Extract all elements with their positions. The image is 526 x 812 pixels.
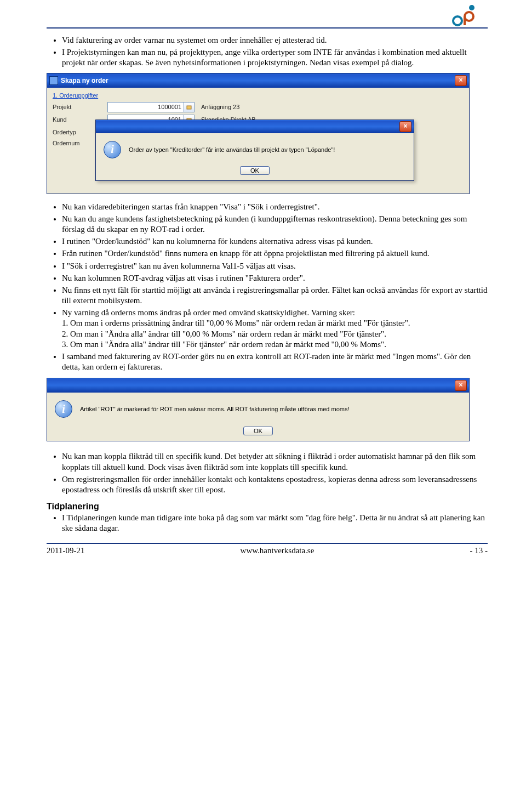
dialog-titlebar: × bbox=[47, 378, 469, 393]
list-item: I rutinen "Order/kundstöd" kan nu kolumn… bbox=[62, 236, 488, 247]
section-heading-tidplanering: Tidplanering bbox=[47, 502, 488, 512]
list-text: Nu finns ett nytt fält för starttid möjl… bbox=[62, 286, 487, 305]
footer-date: 2011-09-21 bbox=[47, 546, 84, 555]
info-icon: i bbox=[104, 141, 121, 158]
list-text: Nu kan kolumnen ROT-avdrag väljas att vi… bbox=[62, 274, 305, 282]
list-text: I "Sök i orderregistret" kan nu även kol… bbox=[62, 262, 296, 270]
list-text: I rutinen "Order/kundstöd" kan nu kolumn… bbox=[62, 237, 373, 246]
lookup-button[interactable] bbox=[184, 102, 195, 112]
dialog-warning-rot: × i Artikel "ROT" är markerad för ROT me… bbox=[47, 378, 470, 441]
dialog-title: Skapa ny order bbox=[61, 77, 108, 84]
folder-icon bbox=[186, 104, 192, 110]
list-item: Från rutinen "Order/kundstöd" finns nume… bbox=[62, 248, 488, 259]
header-logo bbox=[451, 4, 477, 29]
form-row-projekt: Projekt 1000001 Anläggning 23 bbox=[53, 102, 464, 112]
bottom-bullet-list: Nu kan man koppla flikträd till en speci… bbox=[47, 451, 488, 495]
mid-bullet-list: Nu kan vidaredebiteringen startas från k… bbox=[47, 202, 488, 373]
dialog-section-heading: 1. Orderuppgifter bbox=[53, 92, 464, 99]
close-icon[interactable]: × bbox=[455, 75, 467, 86]
dialog-message: Artikel "ROT" är markerad för ROT men sa… bbox=[80, 406, 350, 412]
svg-point-1 bbox=[453, 16, 462, 25]
list-item: I Tidplaneringen kunde man tidigare inte… bbox=[62, 513, 488, 533]
list-text: Nu kan du ange kundens fastighetsbeteckn… bbox=[62, 214, 467, 234]
page-footer: 2011-09-21 www.hantverksdata.se - 13 - bbox=[47, 543, 488, 555]
ok-button[interactable]: OK bbox=[243, 427, 273, 435]
list-item: Nu kan man koppla flikträd till en speci… bbox=[62, 451, 488, 472]
list-text: Vid fakturering av order varnar nu syste… bbox=[62, 36, 327, 44]
list-text: I Tidplaneringen kunde man tidigare inte… bbox=[62, 513, 485, 532]
list-text: I samband med fakturering av ROT-order g… bbox=[62, 352, 471, 371]
projekt-input[interactable]: 1000001 bbox=[107, 102, 184, 112]
dialog-titlebar: × bbox=[96, 120, 414, 133]
list-item: Nu kan du ange kundens fastighetsbeteckn… bbox=[62, 214, 488, 235]
tid-bullet-list: I Tidplaneringen kunde man tidigare inte… bbox=[47, 513, 488, 533]
list-item: Ny varning då orderns moms ändras på ord… bbox=[62, 308, 488, 350]
list-text: Nu kan vidaredebiteringen startas från k… bbox=[62, 202, 320, 211]
list-item: I samband med fakturering av ROT-order g… bbox=[62, 351, 488, 372]
ok-button[interactable]: OK bbox=[240, 166, 270, 175]
info-icon: i bbox=[55, 400, 72, 418]
list-item: Vid fakturering av order varnar nu syste… bbox=[62, 35, 488, 46]
footer-url: www.hantverksdata.se bbox=[241, 546, 315, 555]
close-icon[interactable]: × bbox=[455, 380, 467, 391]
list-item: I "Sök i orderregistret" kan nu även kol… bbox=[62, 261, 488, 271]
list-item: Nu finns ett nytt fält för starttid möjl… bbox=[62, 285, 488, 306]
footer-page: - 13 - bbox=[470, 546, 488, 555]
list-item: I Projektstyrningen kan man nu, på proje… bbox=[62, 47, 488, 68]
dialog-skapa-ny-order: Skapa ny order × 1. Orderuppgifter Proje… bbox=[47, 73, 470, 194]
svg-rect-2 bbox=[187, 106, 191, 109]
list-text: Om registreringsmallen för order innehål… bbox=[62, 475, 477, 494]
dialog-warning-kreditorder: × i Order av typen "Kreditorder" får int… bbox=[95, 120, 414, 181]
list-item: Nu kan vidaredebiteringen startas från k… bbox=[62, 202, 488, 212]
list-text: I Projektstyrningen kan man nu, på proje… bbox=[62, 48, 467, 67]
list-text: Från rutinen "Order/kundstöd" finns nume… bbox=[62, 249, 429, 258]
svg-point-0 bbox=[469, 5, 474, 10]
dialog-message: Order av typen "Kreditorder" får inte an… bbox=[129, 146, 335, 153]
close-icon[interactable]: × bbox=[399, 121, 411, 132]
list-text: Nu kan man koppla flikträd till en speci… bbox=[62, 452, 476, 471]
field-description: Anläggning 23 bbox=[201, 104, 239, 110]
dialog-titlebar: Skapa ny order × bbox=[47, 73, 469, 88]
list-text: Ny varning då orderns moms ändras på ord… bbox=[62, 308, 410, 349]
top-bullet-list: Vid fakturering av order varnar nu syste… bbox=[47, 35, 488, 69]
list-item: Om registreringsmallen för order innehål… bbox=[62, 474, 488, 495]
header-rule bbox=[47, 27, 488, 29]
window-icon bbox=[49, 76, 58, 85]
field-label: Projekt bbox=[53, 104, 107, 110]
list-item: Nu kan kolumnen ROT-avdrag väljas att vi… bbox=[62, 273, 488, 283]
